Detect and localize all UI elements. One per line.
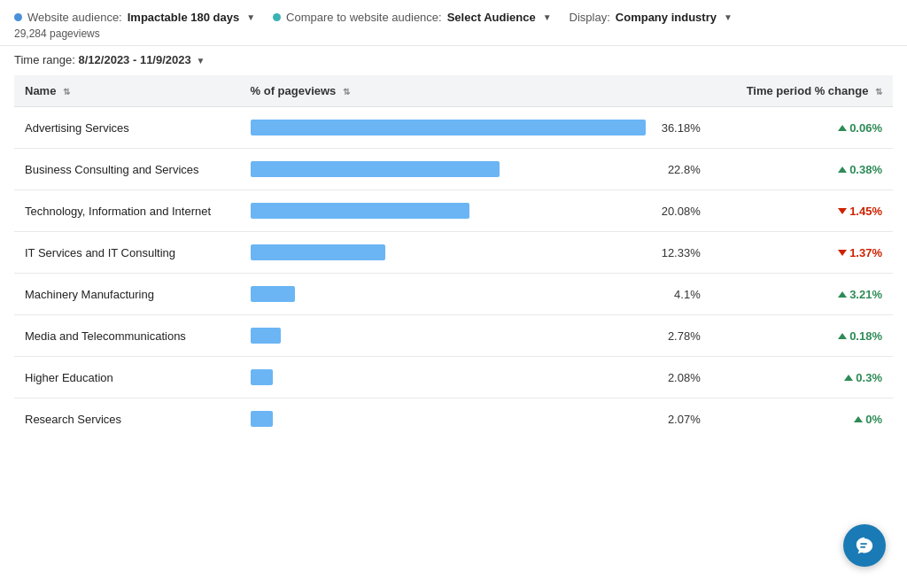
bar-wrapper-0: 36.18%	[251, 120, 701, 135]
row-name-5: Media and Telecommunications	[14, 315, 240, 357]
sort-icon-pageviews: ⇅	[343, 87, 350, 97]
table-row: Advertising Services 36.18% 0.06%	[14, 107, 893, 149]
bar-track-2	[251, 203, 646, 219]
change-indicator-6: 0.3%	[722, 371, 882, 384]
row-bar-cell-4: 4.1%	[240, 274, 711, 315]
bar-track-0	[251, 120, 646, 135]
bar-track-5	[251, 328, 646, 344]
bar-pct-label-2: 20.08%	[655, 205, 701, 218]
table-row: IT Services and IT Consulting 12.33% 1.3…	[14, 232, 893, 274]
time-range-label: Time range:	[14, 53, 75, 66]
change-indicator-7: 0%	[722, 413, 882, 426]
display-dropdown-icon[interactable]: ▼	[724, 12, 733, 22]
bar-track-4	[251, 286, 646, 302]
col-header-change[interactable]: Time period % change ⇅	[711, 75, 893, 107]
change-indicator-4: 3.21%	[722, 288, 882, 301]
row-bar-cell-0: 36.18%	[240, 107, 711, 149]
row-change-0: 0.06%	[711, 107, 893, 149]
table-row: Business Consulting and Services 22.8% 0…	[14, 149, 893, 190]
bar-track-1	[251, 161, 646, 177]
audience-row: Website audience: Impactable 180 days ▼ …	[14, 11, 893, 24]
col-header-name[interactable]: Name ⇅	[14, 75, 240, 107]
website-audience-item: Website audience: Impactable 180 days ▼	[14, 11, 255, 24]
compare-value: Select Audience	[447, 11, 536, 24]
bar-pct-label-1: 22.8%	[655, 163, 701, 176]
change-indicator-3: 1.37%	[722, 246, 882, 259]
bar-fill-0	[251, 120, 646, 135]
change-value-1: 0.38%	[849, 163, 882, 176]
display-item: Display: Company industry ▼	[570, 11, 733, 24]
table-row: Higher Education 2.08% 0.3%	[14, 357, 893, 398]
arrow-up-icon-4	[838, 291, 847, 298]
table-row: Media and Telecommunications 2.78% 0.18%	[14, 315, 893, 357]
row-bar-cell-3: 12.33%	[240, 232, 711, 274]
audience-dropdown-icon[interactable]: ▼	[246, 12, 255, 22]
table-row: Research Services 2.07% 0%	[14, 398, 893, 440]
change-value-5: 0.18%	[849, 329, 882, 343]
bar-wrapper-6: 2.08%	[251, 369, 701, 385]
row-change-5: 0.18%	[711, 315, 893, 357]
change-value-7: 0%	[865, 413, 882, 426]
change-value-4: 3.21%	[849, 288, 882, 301]
row-name-1: Business Consulting and Services	[14, 149, 240, 190]
change-indicator-0: 0.06%	[722, 121, 882, 135]
change-indicator-5: 0.18%	[722, 329, 882, 343]
audience-label: Website audience:	[27, 11, 122, 24]
time-range-value: 8/12/2023 - 11/9/2023	[79, 53, 191, 66]
arrow-up-icon-7	[854, 416, 863, 422]
bar-wrapper-2: 20.08%	[251, 203, 701, 219]
bar-fill-7	[251, 411, 274, 427]
bar-wrapper-3: 12.33%	[251, 244, 701, 260]
bar-pct-label-5: 2.78%	[655, 329, 701, 343]
bar-fill-4	[251, 286, 296, 302]
col-header-pageviews[interactable]: % of pageviews ⇅	[240, 75, 711, 107]
row-bar-cell-2: 20.08%	[240, 190, 711, 232]
bar-track-3	[251, 244, 646, 260]
arrow-down-icon-3	[838, 250, 847, 256]
compare-audience-item: Compare to website audience: Select Audi…	[273, 11, 551, 24]
arrow-down-icon-2	[838, 208, 847, 214]
row-change-1: 0.38%	[711, 149, 893, 190]
compare-dot	[273, 13, 281, 21]
compare-dropdown-icon[interactable]: ▼	[543, 12, 552, 22]
sort-icon-name: ⇅	[63, 87, 70, 97]
row-bar-cell-7: 2.07%	[240, 398, 711, 440]
arrow-up-icon-5	[838, 333, 847, 339]
change-value-3: 1.37%	[849, 246, 882, 259]
arrow-up-icon-1	[838, 166, 847, 173]
sort-icon-change: ⇅	[875, 87, 882, 97]
time-range-row: Time range: 8/12/2023 - 11/9/2023 ▼	[0, 46, 907, 75]
bar-fill-3	[251, 244, 385, 260]
bar-fill-2	[251, 203, 470, 219]
table-container: Name ⇅ % of pageviews ⇅ Time period % ch…	[0, 75, 907, 439]
bar-wrapper-5: 2.78%	[251, 328, 701, 344]
audience-dot	[14, 13, 22, 21]
bar-wrapper-1: 22.8%	[251, 161, 701, 177]
bar-fill-1	[251, 161, 500, 177]
table-header-row: Name ⇅ % of pageviews ⇅ Time period % ch…	[14, 75, 893, 107]
display-value: Company industry	[616, 11, 717, 24]
table-row: Technology, Information and Internet 20.…	[14, 190, 893, 232]
change-indicator-1: 0.38%	[722, 163, 882, 176]
table-row: Machinery Manufacturing 4.1% 3.21%	[14, 274, 893, 315]
bar-track-6	[251, 369, 646, 385]
row-name-6: Higher Education	[14, 357, 240, 398]
row-name-3: IT Services and IT Consulting	[14, 232, 240, 274]
row-bar-cell-5: 2.78%	[240, 315, 711, 357]
change-value-2: 1.45%	[849, 205, 882, 218]
bar-wrapper-7: 2.07%	[251, 411, 701, 427]
bar-wrapper-4: 4.1%	[251, 286, 701, 302]
compare-label: Compare to website audience:	[286, 11, 442, 24]
bar-track-7	[251, 411, 646, 427]
display-label: Display:	[570, 11, 610, 24]
bar-pct-label-4: 4.1%	[655, 288, 701, 301]
data-table: Name ⇅ % of pageviews ⇅ Time period % ch…	[14, 75, 893, 439]
row-change-2: 1.45%	[711, 190, 893, 232]
bar-fill-6	[251, 369, 274, 385]
change-value-0: 0.06%	[849, 121, 882, 135]
row-name-4: Machinery Manufacturing	[14, 274, 240, 315]
row-name-7: Research Services	[14, 398, 240, 440]
time-range-dropdown-icon[interactable]: ▼	[196, 56, 205, 66]
change-indicator-2: 1.45%	[722, 205, 882, 218]
row-change-6: 0.3%	[711, 357, 893, 398]
